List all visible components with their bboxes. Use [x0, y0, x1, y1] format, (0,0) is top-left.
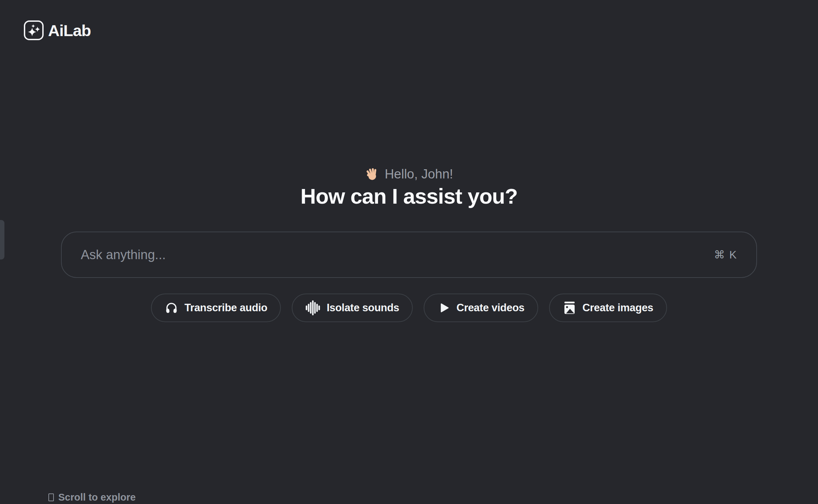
- greeting: Hello, John!: [0, 167, 818, 182]
- app-page: { "app": { "name": "AiLab" }, "hero": { …: [0, 0, 818, 504]
- create-videos-button[interactable]: Create videos: [424, 294, 538, 322]
- logo[interactable]: AiLab: [24, 20, 91, 40]
- waveform-icon: [305, 300, 320, 316]
- action-label: Transcribe audio: [184, 302, 267, 314]
- action-label: Isolate sounds: [327, 302, 399, 314]
- wave-hand-icon: [365, 167, 379, 182]
- action-label: Create images: [582, 302, 653, 314]
- ask-input[interactable]: [81, 232, 714, 277]
- page-title: How can I assist you?: [0, 184, 818, 208]
- ailab-sparkles-logo-icon: [24, 20, 44, 40]
- scroll-hint: Scroll to explore: [48, 492, 136, 503]
- create-images-button[interactable]: Create images: [549, 294, 667, 322]
- headphones-icon: [165, 301, 178, 315]
- transcribe-audio-button[interactable]: Transcribe audio: [151, 294, 281, 322]
- play-icon: [437, 301, 450, 314]
- quick-actions-row: Transcribe audio Isolate sounds Create v…: [0, 294, 818, 322]
- ask-input-container[interactable]: ⌘ K: [61, 232, 757, 278]
- left-scroll-handle[interactable]: [0, 220, 4, 259]
- greeting-text: Hello, John!: [385, 167, 453, 182]
- image-icon: [563, 301, 576, 315]
- logo-text: AiLab: [48, 21, 91, 40]
- mouse-glyph-box-icon: [48, 493, 54, 501]
- action-label: Create videos: [456, 302, 524, 314]
- isolate-sounds-button[interactable]: Isolate sounds: [292, 294, 413, 322]
- scroll-hint-label: Scroll to explore: [58, 492, 136, 503]
- cmd-k-shortcut-hint: ⌘ K: [714, 248, 737, 261]
